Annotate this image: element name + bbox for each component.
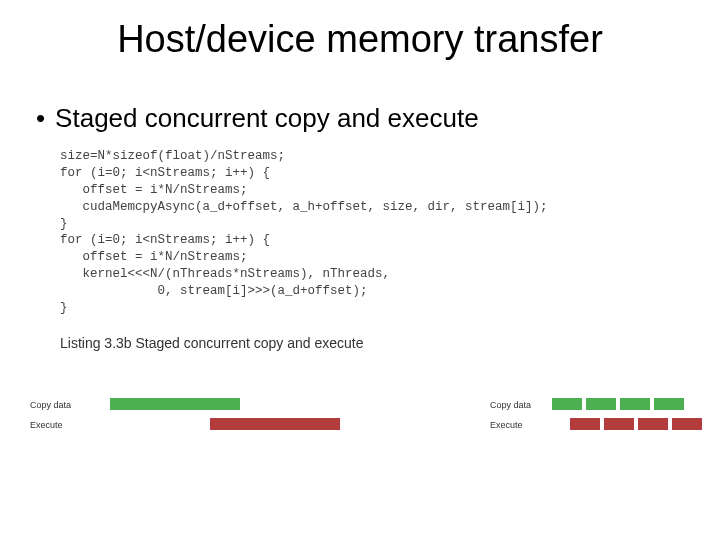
right-exec-bar-1 [570,418,600,430]
right-copy-bar-4 [654,398,684,410]
left-copy-label: Copy data [30,400,71,410]
bullet-item: •Staged concurrent copy and execute [36,103,720,134]
bullet-marker: • [36,103,45,134]
bullet-text: Staged concurrent copy and execute [55,103,479,133]
right-copy-bar-2 [586,398,616,410]
right-execute-label: Execute [490,420,523,430]
timing-diagram: Copy data Execute Copy data Execute [0,382,720,492]
right-exec-bar-4 [672,418,702,430]
right-copy-bar-3 [620,398,650,410]
left-execute-bar [210,418,340,430]
code-listing: size=N*sizeof(float)/nStreams; for (i=0;… [60,148,720,317]
listing-caption: Listing 3.3b Staged concurrent copy and … [60,335,720,351]
right-copy-bar-1 [552,398,582,410]
right-exec-bar-3 [638,418,668,430]
left-copy-bar [110,398,240,410]
right-exec-bar-2 [604,418,634,430]
slide-title: Host/device memory transfer [0,18,720,61]
right-copy-label: Copy data [490,400,531,410]
left-execute-label: Execute [30,420,63,430]
